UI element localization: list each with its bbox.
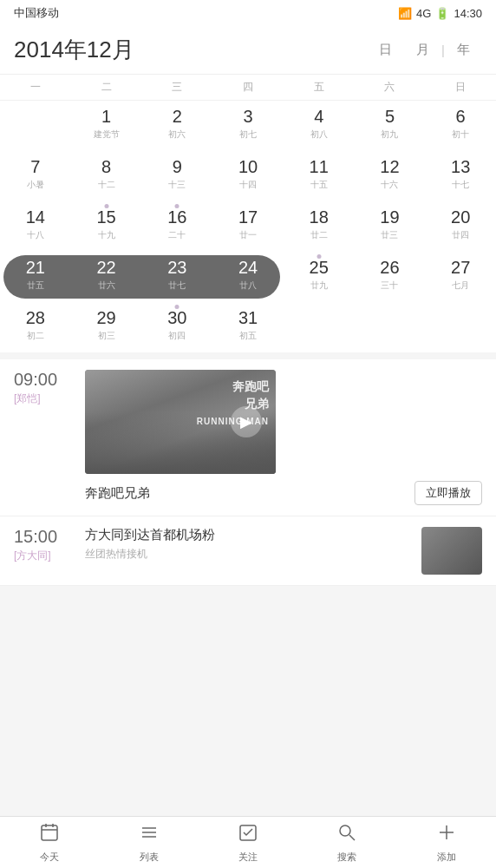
calendar-week-5: 28 初二 29 初三 30 初四 31 初五 [0,302,496,352]
schedule-image-1: 奔跑吧兄弟RUNNING MAN ▶ [85,370,276,474]
cal-day-1[interactable]: 1 建党节 [71,101,142,151]
schedule-content-1: 奔跑吧兄弟RUNNING MAN ▶ 奔跑吧兄弟 立即播放 [85,370,482,505]
schedule-title-1: 奔跑吧兄弟 [85,485,150,502]
cal-day-23[interactable]: 23 廿七 [141,252,212,302]
schedule-subtitle-2: 丝团热情接机 [85,547,411,562]
calendar-week-2: 7 小暑 8 十二 9 十三 10 十四 11 十五 12 十六 13 十七 [0,151,496,201]
nav-list-label: 列表 [140,851,159,864]
cal-day-31[interactable]: 31 初五 [212,302,284,352]
nav-search[interactable]: 搜索 [297,822,396,864]
tab-year[interactable]: 年 [445,38,482,62]
schedule-section: 09:00 [郑恺] 奔跑吧兄弟RUNNING MAN ▶ 奔跑吧兄弟 立即播放 [0,359,496,586]
time-sub-1: [郑恺] [14,391,75,406]
weekday-sun: 日 [425,75,496,100]
calendar-week-3: 14 十八 15 十九 16 二十 17 廿一 18 廿二 19 廿三 20 廿… [0,201,496,252]
header: 2014年12月 日 月 | 年 [0,26,496,75]
schedule-content-2: 方大同到达首都机场粉 丝团热情接机 [85,527,411,562]
today-icon [39,822,60,848]
cal-day-8[interactable]: 8 十二 [71,151,142,201]
calendar-week-1: 1 建党节 2 初六 3 初七 4 初八 5 初九 6 初十 [0,101,496,151]
calendar-body: 1 建党节 2 初六 3 初七 4 初八 5 初九 6 初十 7 小暑 [0,101,496,352]
weekday-sat: 六 [355,75,426,100]
nav-today[interactable]: 今天 [0,822,99,864]
cal-day-2[interactable]: 2 初六 [141,101,212,151]
add-icon [436,822,457,848]
cal-day-14[interactable]: 14 十八 [0,201,71,252]
cal-day-19[interactable]: 19 廿三 [355,201,426,252]
svg-rect-0 [42,825,57,840]
cal-day-24[interactable]: 24 廿八 [212,252,284,302]
play-now-button[interactable]: 立即播放 [414,481,482,505]
weekday-fri: 五 [284,75,355,100]
status-bar: 中国移动 📶 4G 🔋 14:30 [0,0,496,26]
tab-month[interactable]: 月 [404,38,441,62]
cal-day-16[interactable]: 16 二十 [141,201,212,252]
svg-line-9 [349,835,355,840]
time-main-1: 09:00 [14,370,75,390]
weekday-wed: 三 [141,75,212,100]
calendar-week-4: 21 廿五 22 廿六 23 廿七 24 廿八 25 廿九 26 三十 27 七… [0,252,496,302]
nav-add-label: 添加 [437,851,456,864]
cal-day-13[interactable]: 13 十七 [425,151,496,201]
cal-day-22[interactable]: 22 廿六 [71,252,142,302]
cal-day-29[interactable]: 29 初三 [71,302,142,352]
cal-day-10[interactable]: 10 十四 [212,151,284,201]
time-display: 14:30 [454,7,482,20]
cal-empty-3 [355,302,426,352]
schedule-thumbnail-2 [421,527,482,575]
month-title: 2014年12月 [14,35,367,65]
time-main-2: 15:00 [14,527,75,547]
cal-day-21[interactable]: 21 廿五 [0,252,71,302]
cal-day-6[interactable]: 6 初十 [425,101,496,151]
cal-day-27[interactable]: 27 七月 [425,252,496,302]
nav-add[interactable]: 添加 [397,822,496,864]
signal-icon: 4G [416,7,431,20]
weekday-header: 一 二 三 四 五 六 日 [0,75,496,101]
weekday-thu: 四 [212,75,284,100]
cal-day-17[interactable]: 17 廿一 [212,201,284,252]
cal-day-28[interactable]: 28 初二 [0,302,71,352]
cal-day-11[interactable]: 11 十五 [284,151,355,201]
view-tabs: 日 月 | 年 [367,38,482,62]
nav-list[interactable]: 列表 [99,822,198,864]
nav-follow-label: 关注 [238,851,258,864]
time-sub-2: [方大同] [14,549,75,563]
schedule-item-1: 09:00 [郑恺] 奔跑吧兄弟RUNNING MAN ▶ 奔跑吧兄弟 立即播放 [0,359,496,516]
cal-day-9[interactable]: 9 十三 [141,151,212,201]
cal-day-12[interactable]: 12 十六 [355,151,426,201]
schedule-time-2: 15:00 [方大同] [14,527,75,563]
weekday-tue: 二 [71,75,142,100]
svg-point-8 [340,825,350,836]
bottom-nav: 今天 列表 关注 搜索 [0,816,496,868]
battery-icon: 🔋 [435,7,449,20]
cal-day-30[interactable]: 30 初四 [141,302,212,352]
wifi-icon: 📶 [398,7,412,20]
follow-icon [238,822,258,848]
bottom-spacer [0,586,496,647]
search-icon [336,822,357,848]
cal-empty-4 [425,302,496,352]
cal-day-18[interactable]: 18 廿二 [284,201,355,252]
schedule-time-1: 09:00 [郑恺] [14,370,75,406]
cal-empty-1 [0,101,71,151]
schedule-title-row-1: 奔跑吧兄弟 立即播放 [85,481,482,505]
cal-day-5[interactable]: 5 初九 [355,101,426,151]
cal-day-4[interactable]: 4 初八 [284,101,355,151]
schedule-title-2: 方大同到达首都机场粉 [85,527,411,543]
cal-day-3[interactable]: 3 初七 [212,101,284,151]
cal-day-20[interactable]: 20 廿四 [425,201,496,252]
schedule-item-2: 15:00 [方大同] 方大同到达首都机场粉 丝团热情接机 [0,516,496,586]
tab-day[interactable]: 日 [367,38,404,62]
nav-search-label: 搜索 [337,851,356,864]
cal-empty-2 [284,302,355,352]
cal-day-26[interactable]: 26 三十 [355,252,426,302]
nav-follow[interactable]: 关注 [199,822,297,864]
play-icon-overlay[interactable]: ▶ [231,406,262,437]
weekday-mon: 一 [0,75,71,100]
list-icon [139,822,160,848]
status-right: 📶 4G 🔋 14:30 [398,7,482,20]
cal-day-15[interactable]: 15 十九 [71,201,142,252]
nav-today-label: 今天 [40,851,59,864]
cal-day-7[interactable]: 7 小暑 [0,151,71,201]
cal-day-25[interactable]: 25 廿九 [284,252,355,302]
